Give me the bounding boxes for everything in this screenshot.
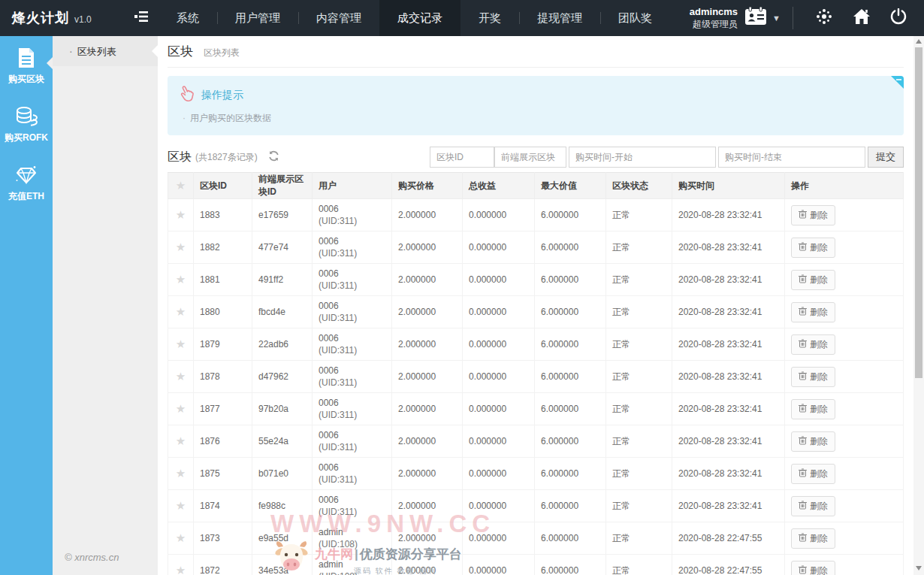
user-uid-text: (UID:311) [319,377,385,388]
cell-user: 0006 (UID:311) [313,199,392,232]
col-front-id: 前端展示区块ID [252,173,313,199]
nav-item-系统[interactable]: 系统 [159,0,217,36]
nav-item-用户管理[interactable]: 用户管理 [217,0,298,36]
table-body: ★ 1883 e17659 0006 (UID:311) 2.000000 0.… [168,199,904,575]
cell-price: 2.000000 [392,425,463,458]
cell-block-id: 1880 [194,296,252,328]
nav-item-开奖[interactable]: 开奖 [460,0,519,36]
time-end-input[interactable] [718,147,865,168]
clear-cache-button[interactable] [805,8,843,29]
sidebar-item-block-list[interactable]: ·区块列表 [53,36,158,66]
favorite-star-icon[interactable]: ★ [168,425,194,458]
scroll-down-arrow[interactable] [916,566,922,570]
user-name-text: 0006 [319,365,385,376]
cell-status: 正常 [606,361,672,393]
delete-button[interactable]: 删除 [791,528,835,549]
delete-button[interactable]: 删除 [791,561,835,575]
delete-label: 删除 [810,564,828,575]
user-name-text: 0006 [319,495,385,505]
user-uid-text: (UID:311) [319,442,385,452]
delete-button[interactable]: 删除 [791,496,835,516]
cell-action: 删除 [785,199,904,232]
home-button[interactable] [843,8,880,28]
cell-income: 0.000000 [463,522,535,555]
user-name-text: 0006 [319,268,385,279]
cell-status: 正常 [606,555,672,575]
logout-button[interactable] [880,8,916,28]
favorite-star-icon[interactable]: ★ [168,490,194,522]
front-block-input[interactable] [494,147,566,168]
cell-status: 正常 [606,232,672,264]
col-block-id: 区块ID [194,173,252,199]
favorite-star-icon[interactable]: ★ [168,232,194,264]
submenu-bullet: · [69,45,73,57]
favorite-star-icon[interactable]: ★ [168,328,194,361]
delete-button[interactable]: 删除 [791,464,835,484]
cell-income: 0.000000 [463,490,535,522]
cell-block-id: 1881 [194,264,252,296]
sidebar-item-购买区块[interactable]: 购买区块 [0,36,53,95]
block-id-input[interactable] [430,147,494,168]
delete-label: 删除 [810,338,828,351]
app-logo: 烽火计划 v1.0 [0,9,124,27]
favorite-star-icon[interactable]: ★ [168,555,194,575]
app-version: v1.0 [74,14,92,25]
cell-front-id: 477e74 [252,232,313,264]
favorite-star-icon[interactable]: ★ [168,264,194,296]
nav-item-团队奖[interactable]: 团队奖 [600,0,670,36]
delete-button[interactable]: 删除 [791,302,835,322]
cell-block-id: 1878 [194,361,252,393]
table-row: ★ 1873 e9a55d admin (UID:108) 2.000000 0… [168,522,904,555]
delete-button[interactable]: 删除 [791,270,835,290]
trash-icon [799,533,807,544]
sidebar-item-label: 充值ETH [0,190,53,203]
delete-label: 删除 [810,209,828,222]
submit-button[interactable]: 提交 [868,147,904,168]
user-name-text: 0006 [319,204,385,214]
delete-button[interactable]: 删除 [791,399,835,419]
cell-price: 2.000000 [392,490,463,522]
scrollbar-thumb[interactable] [915,47,922,378]
table-row: ★ 1877 97b20a 0006 (UID:311) 2.000000 0.… [168,393,904,425]
sidebar-item-充值ETH[interactable]: 充值ETH [0,153,53,212]
cell-action: 删除 [785,458,904,490]
sidebar-toggle-button[interactable] [124,0,159,36]
favorite-star-icon[interactable]: ★ [168,522,194,555]
user-menu[interactable]: admincms 超级管理员 ▼ [690,6,781,29]
favorite-star-icon[interactable]: ★ [168,199,194,232]
user-uid-text: (UID:311) [319,474,385,485]
time-start-input[interactable] [569,147,716,168]
favorite-star-icon[interactable]: ★ [168,361,194,393]
refresh-button[interactable] [268,150,279,165]
alert-collapse-toggle[interactable] [891,76,904,89]
delete-button[interactable]: 删除 [791,334,835,355]
cell-action: 删除 [785,393,904,425]
delete-button[interactable]: 删除 [791,431,835,452]
delete-button[interactable]: 删除 [791,367,835,387]
favorite-star-icon[interactable]: ★ [168,458,194,490]
delete-button[interactable]: 删除 [791,205,835,225]
cell-action: 删除 [785,264,904,296]
cell-user: 0006 (UID:311) [313,361,392,393]
col-income: 总收益 [463,173,535,199]
delete-button[interactable]: 删除 [791,238,835,258]
main-nav: 系统用户管理内容管理成交记录开奖提现管理团队奖 [159,0,670,36]
favorite-star-icon[interactable]: ★ [168,296,194,328]
user-uid-text: (UID:311) [319,280,385,291]
cell-status: 正常 [606,264,672,296]
scroll-up-arrow[interactable] [916,39,922,44]
sidebar-item-购买ROFK[interactable]: 购买ROFK [0,95,53,153]
favorite-star-icon[interactable]: ★ [168,393,194,425]
cell-purchase-time: 2020-08-28 23:32:41 [672,199,785,232]
active-arrow [152,45,158,57]
nav-item-内容管理[interactable]: 内容管理 [298,0,379,36]
user-name-text: admin [319,559,385,570]
nav-item-提现管理[interactable]: 提现管理 [519,0,600,36]
cell-front-id: e9a55d [252,522,313,555]
main-content: 区块 区块列表 操作提示 ·用户购买的区块数据 区块 (共1827条记录) [158,36,913,575]
copyright-text: © xnrcms.cn [65,552,119,563]
vertical-scrollbar[interactable] [913,36,924,575]
cell-purchase-time: 2020-08-28 23:32:41 [672,232,785,264]
delete-label: 删除 [810,500,828,513]
nav-item-成交记录[interactable]: 成交记录 [379,0,460,36]
